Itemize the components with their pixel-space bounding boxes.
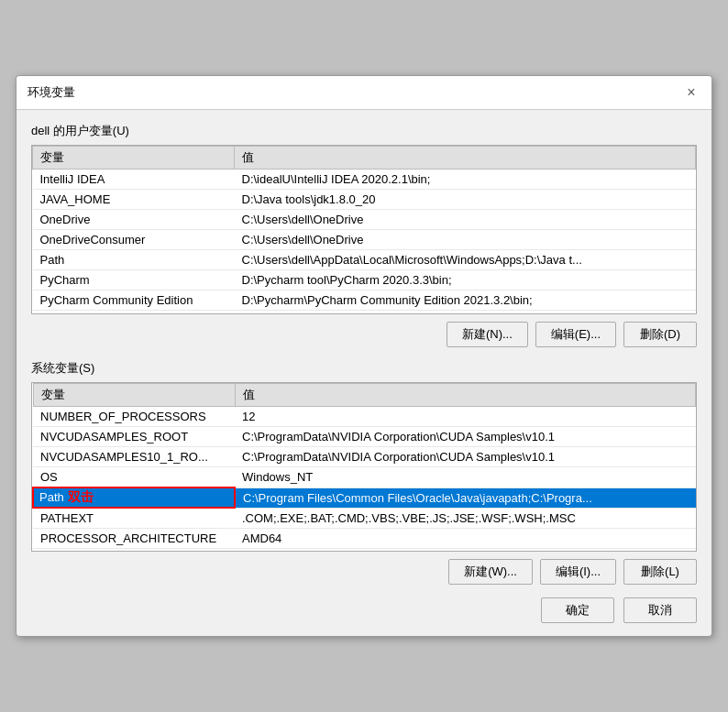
- system-section-label: 系统变量(S): [31, 360, 697, 377]
- system-val-cell: C:\ProgramData\NVIDIA Corporation\CUDA S…: [235, 427, 696, 447]
- footer-buttons-row: 确定 取消: [31, 597, 697, 623]
- user-var-cell: OneDrive: [33, 210, 235, 230]
- user-table-row[interactable]: IntelliJ IDEAD:\idealU\IntelliJ IDEA 202…: [33, 170, 696, 190]
- dialog-body: dell 的用户变量(U) 变量 值 IntelliJ IDEAD:\ideal…: [17, 110, 711, 636]
- system-var-cell: OS: [33, 467, 235, 488]
- user-table-header-row: 变量 值: [33, 147, 696, 170]
- system-table-row[interactable]: NVCUDASAMPLES10_1_RO...C:\ProgramData\NV…: [33, 447, 696, 467]
- system-var-cell: PROCESSOR_ARCHITECTURE: [33, 529, 235, 549]
- user-variables-table: 变量 值 IntelliJ IDEAD:\idealU\IntelliJ IDE…: [32, 146, 696, 313]
- system-var-cell: PATHEXT: [33, 508, 235, 529]
- system-val-cell: AMD64: [235, 529, 696, 549]
- system-table-row[interactable]: PATHEXT.COM;.EXE;.BAT;.CMD;.VBS;.VBE;.JS…: [33, 508, 696, 529]
- user-var-cell: PyCharm Community Edition: [33, 290, 235, 311]
- close-button[interactable]: ×: [682, 83, 700, 102]
- system-table-row[interactable]: NUMBER_OF_PROCESSORS12: [33, 407, 696, 427]
- user-header-val: 值: [235, 147, 696, 170]
- system-val-cell: C:\Program Files\Common Files\Oracle\Jav…: [235, 487, 696, 508]
- user-delete-button[interactable]: 删除(D): [623, 322, 697, 347]
- system-val-cell: C:\ProgramData\NVIDIA Corporation\CUDA S…: [235, 447, 696, 467]
- user-new-button[interactable]: 新建(N)...: [447, 322, 528, 347]
- double-click-annotation: 双击: [68, 489, 94, 504]
- system-variables-table-container: 变量 值 NUMBER_OF_PROCESSORS12NVCUDASAMPLES…: [31, 382, 697, 552]
- user-val-cell: C:\Users\dell\OneDrive: [235, 230, 696, 250]
- user-table-row[interactable]: PyCharmD:\Pycharm tool\PyCharm 2020.3.3\…: [33, 270, 696, 290]
- ok-button[interactable]: 确定: [541, 597, 614, 623]
- system-table-row[interactable]: PROCESSOR_ARCHITECTUREAMD64: [33, 529, 696, 549]
- user-val-cell: C:\Users\dell\AppData\Local\Microsoft\Wi…: [235, 250, 696, 270]
- system-header-var: 变量: [33, 384, 235, 407]
- user-table-row[interactable]: OneDriveConsumerC:\Users\dell\OneDrive: [33, 230, 696, 250]
- system-var-cell: Path双击: [33, 487, 235, 508]
- user-table-row[interactable]: JAVA_HOMED:\Java tools\jdk1.8.0_20: [33, 190, 696, 210]
- dialog-title: 环境变量: [28, 84, 75, 101]
- system-val-cell: 12: [235, 407, 696, 427]
- system-delete-button[interactable]: 删除(L): [623, 559, 697, 585]
- system-edit-button[interactable]: 编辑(I)...: [540, 559, 616, 585]
- user-table-body: IntelliJ IDEAD:\idealU\IntelliJ IDEA 202…: [33, 170, 696, 314]
- system-table-wrapper: 变量 值 NUMBER_OF_PROCESSORS12NVCUDASAMPLES…: [32, 383, 696, 551]
- title-bar: 环境变量 ×: [17, 76, 711, 110]
- user-var-cell: Path: [33, 250, 235, 270]
- user-val-cell: D:\Pycharm tool\PyCharm 2020.3.3\bin;: [235, 270, 696, 290]
- system-table-header-row: 变量 值: [33, 384, 696, 407]
- user-table-row[interactable]: OneDriveC:\Users\dell\OneDrive: [33, 210, 696, 230]
- user-table-row[interactable]: TEMPC:\Users\dell\App...Data\Local\T...: [33, 311, 696, 314]
- user-var-cell: OneDriveConsumer: [33, 230, 235, 250]
- user-table-row[interactable]: PyCharm Community EditionD:\Pycharm\PyCh…: [33, 290, 696, 311]
- system-new-button[interactable]: 新建(W)...: [448, 559, 533, 585]
- user-val-cell: D:\idealU\IntelliJ IDEA 2020.2.1\bin;: [235, 170, 696, 190]
- system-var-cell: NVCUDASAMPLES10_1_RO...: [33, 447, 235, 467]
- system-table-row[interactable]: Path双击C:\Program Files\Common Files\Orac…: [33, 487, 696, 508]
- user-val-cell: C:\Users\dell\App...Data\Local\T...: [235, 311, 696, 314]
- system-val-cell: .COM;.EXE;.BAT;.CMD;.VBS;.VBE;.JS;.JSE;.…: [235, 508, 696, 529]
- user-edit-button[interactable]: 编辑(E)...: [535, 322, 616, 347]
- user-var-cell: IntelliJ IDEA: [33, 170, 235, 190]
- system-val-cell: Intel64 Family 6 Model 158 Stepping 10, …: [235, 549, 696, 552]
- system-var-cell: NUMBER_OF_PROCESSORS: [33, 407, 235, 427]
- user-section-label: dell 的用户变量(U): [31, 123, 697, 139]
- user-val-cell: C:\Users\dell\OneDrive: [235, 210, 696, 230]
- system-table-row[interactable]: PROCESSOR_IDENTIFIERIntel64 Family 6 Mod…: [33, 549, 696, 552]
- user-buttons-row: 新建(N)... 编辑(E)... 删除(D): [31, 322, 697, 347]
- user-var-cell: TEMP: [33, 311, 235, 314]
- system-table-body: NUMBER_OF_PROCESSORS12NVCUDASAMPLES_ROOT…: [33, 407, 696, 552]
- user-var-cell: PyCharm: [33, 270, 235, 290]
- user-variables-table-container: 变量 值 IntelliJ IDEAD:\idealU\IntelliJ IDE…: [31, 145, 697, 314]
- user-val-cell: D:\Java tools\jdk1.8.0_20: [235, 190, 696, 210]
- system-variables-table: 变量 值 NUMBER_OF_PROCESSORS12NVCUDASAMPLES…: [32, 383, 696, 551]
- system-var-cell: NVCUDASAMPLES_ROOT: [33, 427, 235, 447]
- system-buttons-row: 新建(W)... 编辑(I)... 删除(L): [31, 559, 697, 585]
- user-table-wrapper: 变量 值 IntelliJ IDEAD:\idealU\IntelliJ IDE…: [32, 146, 696, 313]
- system-header-val: 值: [235, 384, 696, 407]
- cancel-button[interactable]: 取消: [623, 597, 697, 623]
- system-var-cell: PROCESSOR_IDENTIFIER: [33, 549, 235, 552]
- system-table-row[interactable]: NVCUDASAMPLES_ROOTC:\ProgramData\NVIDIA …: [33, 427, 696, 447]
- user-table-row[interactable]: PathC:\Users\dell\AppData\Local\Microsof…: [33, 250, 696, 270]
- user-val-cell: D:\Pycharm\PyCharm Community Edition 202…: [235, 290, 696, 311]
- user-header-var: 变量: [33, 147, 235, 170]
- user-var-cell: JAVA_HOME: [33, 190, 235, 210]
- system-val-cell: Windows_NT: [235, 467, 696, 488]
- environment-variables-dialog: 环境变量 × dell 的用户变量(U) 变量 值 IntelliJ IDEAD…: [16, 75, 712, 637]
- system-table-row[interactable]: OSWindows_NT: [33, 467, 696, 488]
